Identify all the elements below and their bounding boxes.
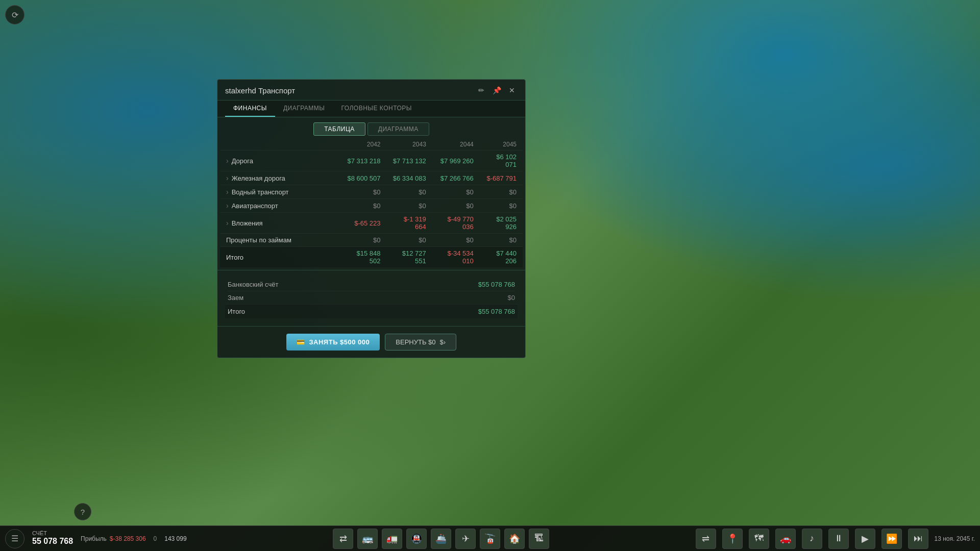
total-value: $12 727 551: [387, 247, 432, 268]
table-row[interactable]: Дорога$7 313 218$7 713 132$7 969 260$6 1…: [220, 151, 523, 171]
col-category: [220, 139, 341, 151]
transport-finance-dialog: stalxerhd Транспорт ✏ 📌 ✕ ФИНАНСЫ ДИАГРА…: [217, 79, 526, 358]
fast-forward-button[interactable]: ⏩: [881, 529, 902, 549]
nav-vehicles-icon[interactable]: 🚗: [775, 529, 796, 549]
col-2043: 2043: [387, 139, 432, 151]
total-row: Итого$15 848 502$12 727 551$-34 534 010$…: [220, 247, 523, 268]
repay-label: ВЕРНУТЬ $0: [396, 338, 435, 346]
close-button[interactable]: ✕: [506, 85, 518, 96]
row-value: $0: [341, 199, 386, 213]
table-row[interactable]: Вложения$-65 223$-1 319 664$-49 770 036$…: [220, 213, 523, 234]
table-row[interactable]: Авиатранспорт$0$0$0$0: [220, 199, 523, 213]
nav-crane-icon[interactable]: 🏗: [529, 529, 549, 549]
help-button[interactable]: ?: [74, 503, 91, 520]
balance-label: СЧЁТ: [32, 531, 47, 536]
col-2044: 2044: [432, 139, 480, 151]
hud-top-left: ⟳: [5, 5, 24, 24]
tab-charts[interactable]: ДИАГРАММЫ: [275, 101, 333, 117]
action-bar: 💳 ЗАНЯТЬ $500 000 ВЕРНУТЬ $0 $›: [217, 326, 525, 358]
table-row: Проценты по займам$0$0$0$0: [220, 234, 523, 247]
citizens-count: 143 099: [164, 535, 186, 542]
profit-label: Прибыль: [81, 535, 107, 542]
borrow-label: ЗАНЯТЬ $500 000: [309, 338, 370, 346]
borrow-button[interactable]: 💳 ЗАНЯТЬ $500 000: [286, 334, 380, 350]
main-tabs: ФИНАНСЫ ДИАГРАММЫ ГОЛОВНЫЕ КОНТОРЫ: [217, 101, 525, 117]
row-label: Авиатранспорт: [220, 199, 341, 213]
row-value: $0: [387, 199, 432, 213]
pin-button[interactable]: 📌: [491, 85, 502, 96]
loan-row: Заем $0: [228, 291, 515, 304]
row-value: $0: [387, 185, 432, 199]
col-2045: 2045: [480, 139, 523, 151]
row-value: $7 713 132: [387, 151, 432, 171]
summary-total-value: $55 078 768: [478, 308, 515, 315]
tab-finances[interactable]: ФИНАНСЫ: [225, 101, 275, 117]
row-label: Железная дорога: [220, 171, 341, 185]
row-value: $0: [341, 234, 386, 247]
zero-indicator: 0: [154, 535, 157, 542]
sub-tab-diagram[interactable]: ДИАГРАММА: [368, 122, 429, 136]
repay-button[interactable]: ВЕРНУТЬ $0 $›: [385, 334, 456, 350]
table-header-row: 2042 2043 2044 2045: [220, 139, 523, 151]
row-value: $-687 791: [480, 171, 523, 185]
row-value: $-1 319 664: [387, 213, 432, 234]
row-label: Проценты по займам: [220, 234, 341, 247]
nav-plane-icon[interactable]: ✈: [455, 529, 476, 549]
row-value: $6 334 083: [387, 171, 432, 185]
nav-cable-icon[interactable]: 🚡: [480, 529, 500, 549]
pause-button[interactable]: ⏸: [828, 529, 849, 549]
nav-transport-icon[interactable]: ⇄: [333, 529, 353, 549]
row-value: $0: [341, 185, 386, 199]
summary-total-label: Итого: [228, 308, 245, 315]
sub-tabs: ТАБЛИЦА ДИАГРАММА: [217, 117, 525, 139]
loan-value: $0: [508, 294, 515, 302]
music-icon[interactable]: ♪: [802, 529, 822, 549]
dialog-title: stalxerhd Транспорт: [225, 86, 295, 95]
row-label: Дорога: [220, 151, 341, 171]
borrow-icon: 💳: [297, 338, 305, 346]
row-value: $0: [480, 234, 523, 247]
bank-account-value: $55 078 768: [478, 281, 515, 288]
bank-account-label: Банковский счёт: [228, 281, 278, 288]
edit-button[interactable]: ✏: [476, 85, 487, 96]
nav-lines-icon[interactable]: 📍: [722, 529, 743, 549]
table-row[interactable]: Железная дорога$8 600 507$6 334 083$7 26…: [220, 171, 523, 185]
play-button[interactable]: ▶: [855, 529, 875, 549]
bottom-center: ⇄ 🚌 🚛 🚇 🚢 ✈ 🚡 🏠 🏗: [333, 529, 549, 549]
row-value: $6 102 071: [480, 151, 523, 171]
row-label: Водный транспорт: [220, 185, 341, 199]
nav-stops-icon[interactable]: 🗺: [749, 529, 769, 549]
row-value: $0: [480, 199, 523, 213]
row-value: $0: [432, 185, 480, 199]
sub-tab-table[interactable]: ТАБЛИЦА: [313, 122, 365, 136]
bottom-right: ⇌ 📍 🗺 🚗 ♪ ⏸ ▶ ⏩ ⏭ 13 ноя. 2045 г.: [696, 529, 975, 549]
row-value: $0: [387, 234, 432, 247]
profit-value: $-38 285 306: [110, 535, 146, 542]
nav-routes-icon[interactable]: ⇌: [696, 529, 716, 549]
row-value: $-49 770 036: [432, 213, 480, 234]
row-value: $7 969 260: [432, 151, 480, 171]
col-2042: 2042: [341, 139, 386, 151]
nav-truck-icon[interactable]: 🚛: [382, 529, 402, 549]
finance-table: 2042 2043 2044 2045 Дорога$7 313 218$7 7…: [220, 139, 523, 267]
summary-section: Банковский счёт $55 078 768 Заем $0 Итог…: [217, 270, 525, 326]
nav-bus-icon[interactable]: 🚌: [357, 529, 378, 549]
menu-button[interactable]: ☰: [5, 529, 24, 548]
nav-ship-icon[interactable]: 🚢: [431, 529, 451, 549]
total-value: $-34 534 010: [432, 247, 480, 268]
nav-house-icon[interactable]: 🏠: [504, 529, 525, 549]
bottom-left: ☰ СЧЁТ 55 078 768 Прибыль $-38 285 306 0…: [5, 529, 187, 548]
back-button[interactable]: ⟳: [5, 5, 24, 24]
bank-account-row: Банковский счёт $55 078 768: [228, 278, 515, 291]
row-value: $8 600 507: [341, 171, 386, 185]
table-row[interactable]: Водный транспорт$0$0$0$0: [220, 185, 523, 199]
nav-metro-icon[interactable]: 🚇: [406, 529, 427, 549]
skip-button[interactable]: ⏭: [908, 529, 928, 549]
tab-hq[interactable]: ГОЛОВНЫЕ КОНТОРЫ: [333, 101, 420, 117]
total-value: $15 848 502: [341, 247, 386, 268]
dialog-header: stalxerhd Транспорт ✏ 📌 ✕: [217, 80, 525, 101]
row-value: $0: [432, 234, 480, 247]
finance-table-section: 2042 2043 2044 2045 Дорога$7 313 218$7 7…: [217, 139, 525, 267]
row-value: $7 313 218: [341, 151, 386, 171]
dialog-controls: ✏ 📌 ✕: [476, 85, 518, 96]
